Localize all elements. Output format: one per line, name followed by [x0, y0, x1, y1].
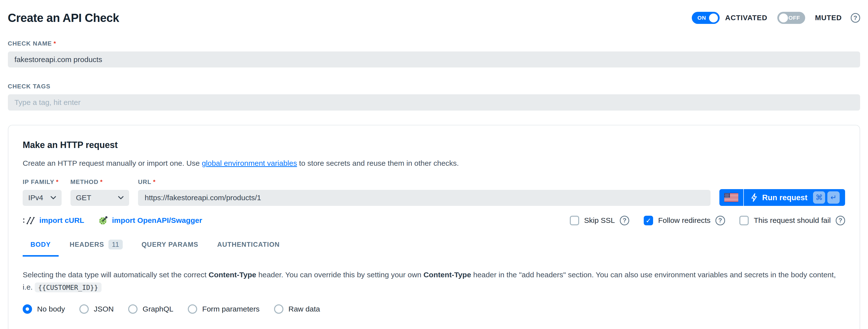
shortcut-keys: ⌘ ↵: [813, 191, 840, 204]
radio-icon[interactable]: [128, 304, 137, 314]
help-icon[interactable]: ?: [836, 216, 845, 225]
lightning-icon: [750, 193, 757, 202]
request-should-fail-label: This request should fail: [754, 216, 831, 225]
radio-label: JSON: [94, 305, 114, 313]
run-location-flag-button[interactable]: [719, 189, 744, 206]
body-type-no-body[interactable]: No body: [23, 304, 65, 314]
check-name-label: CHECK NAME*: [8, 40, 860, 47]
chevron-down-icon: [118, 196, 124, 199]
radio-icon[interactable]: [274, 304, 283, 314]
method-label: METHOD*: [70, 178, 129, 186]
request-options: Skip SSL ? ✓ Follow redirects ? This req…: [570, 216, 845, 225]
header-controls: ON ACTIVATED OFF MUTED ?: [692, 12, 860, 24]
radio-label: Raw data: [288, 305, 320, 313]
toggle-on-text: ON: [698, 15, 706, 21]
help-icon[interactable]: ?: [620, 216, 629, 225]
request-should-fail-checkbox[interactable]: [739, 216, 749, 225]
check-name-label-text: CHECK NAME: [8, 40, 52, 47]
request-form-row: IP FAMILY* IPv4 METHOD* GET URL*: [23, 178, 845, 206]
check-tags-input[interactable]: [8, 94, 860, 110]
method-select[interactable]: GET: [70, 190, 129, 206]
muted-toggle[interactable]: OFF: [777, 12, 805, 24]
body-type-graphql[interactable]: GraphQL: [128, 304, 173, 314]
http-request-card: Make an HTTP request Create an HTTP requ…: [8, 125, 860, 329]
hint-text: Selecting the data type will automatical…: [23, 271, 209, 279]
request-should-fail-option: This request should fail ?: [739, 216, 845, 225]
help-icon[interactable]: ?: [851, 13, 860, 23]
follow-redirects-option: ✓ Follow redirects ?: [644, 216, 725, 225]
run-request-button[interactable]: Run request ⌘ ↵: [744, 189, 845, 206]
ip-family-value: IPv4: [28, 194, 43, 202]
content-type-bold: Content-Type: [424, 271, 471, 279]
url-input[interactable]: [138, 190, 711, 206]
tab-authentication-label: AUTHENTICATION: [217, 241, 280, 249]
required-asterisk: *: [100, 178, 103, 185]
tab-body-label: BODY: [31, 241, 51, 249]
page-header: Create an API Check ON ACTIVATED OFF MUT…: [8, 11, 860, 25]
import-options-row: import cURL: [23, 216, 845, 225]
ip-family-select[interactable]: IPv4: [23, 190, 62, 206]
import-swagger-label: import OpenAPI/Swagger: [112, 216, 202, 225]
check-tags-label: CHECK TAGS: [8, 83, 860, 90]
help-icon[interactable]: ?: [715, 216, 725, 225]
toggle-knob: [709, 13, 718, 23]
body-type-raw-data[interactable]: Raw data: [274, 304, 320, 314]
command-key-icon: ⌘: [813, 191, 825, 204]
card-title: Make an HTTP request: [23, 140, 845, 150]
muted-label: MUTED: [815, 14, 842, 22]
ip-family-label-text: IP FAMILY: [23, 178, 54, 185]
run-request-group: Run request ⌘ ↵: [719, 189, 845, 206]
import-curl-link[interactable]: import cURL: [23, 216, 84, 225]
import-swagger-link[interactable]: import OpenAPI/Swagger: [99, 216, 202, 225]
activated-label: ACTIVATED: [725, 14, 767, 22]
radio-label: Form parameters: [202, 305, 259, 313]
import-links: import cURL: [23, 216, 202, 225]
follow-redirects-label: Follow redirects: [658, 216, 711, 225]
radio-label: No body: [37, 305, 65, 313]
tab-body[interactable]: BODY: [23, 240, 59, 257]
global-env-variables-link[interactable]: global environment variables: [202, 159, 297, 167]
us-flag-icon: [724, 193, 739, 202]
tab-query-params-label: QUERY PARAMS: [142, 241, 198, 249]
url-label-text: URL: [138, 178, 151, 185]
radio-label: GraphQL: [143, 305, 174, 313]
ip-family-field: IP FAMILY* IPv4: [23, 178, 62, 206]
import-curl-label: import cURL: [39, 216, 84, 225]
skip-ssl-option: Skip SSL ?: [570, 216, 629, 225]
run-request-label: Run request: [762, 193, 807, 202]
chevron-down-icon: [51, 196, 56, 199]
request-tabs: BODY HEADERS 11 QUERY PARAMS AUTHENTICAT…: [23, 240, 845, 257]
swagger-logo-icon: [99, 216, 108, 225]
description-suffix: to store secrets and reuse them in other…: [297, 159, 459, 167]
curl-logo-icon: [23, 217, 35, 225]
url-label: URL*: [138, 178, 711, 186]
toggle-off-text: OFF: [788, 15, 800, 21]
radio-icon[interactable]: [188, 304, 197, 314]
tab-query-params[interactable]: QUERY PARAMS: [134, 240, 206, 257]
card-description: Create an HTTP request manually or impor…: [23, 159, 845, 167]
radio-icon[interactable]: [23, 304, 32, 314]
check-icon: ✓: [646, 217, 651, 224]
required-asterisk: *: [153, 178, 156, 185]
url-field: URL*: [138, 178, 711, 206]
ip-family-label: IP FAMILY*: [23, 178, 62, 186]
description-prefix: Create an HTTP request manually or impor…: [23, 159, 202, 167]
activated-toggle[interactable]: ON: [692, 12, 720, 24]
body-type-form-parameters[interactable]: Form parameters: [188, 304, 259, 314]
toggle-knob: [779, 13, 788, 23]
check-name-input[interactable]: [8, 52, 860, 67]
body-type-hint: Selecting the data type will automatical…: [23, 269, 845, 293]
radio-icon[interactable]: [80, 304, 89, 314]
method-field: METHOD* GET: [70, 178, 129, 206]
tab-authentication[interactable]: AUTHENTICATION: [210, 240, 288, 257]
create-api-check-page: Create an API Check ON ACTIVATED OFF MUT…: [0, 0, 868, 329]
body-type-json[interactable]: JSON: [80, 304, 114, 314]
return-key-icon: ↵: [827, 191, 840, 204]
tab-headers[interactable]: HEADERS 11: [62, 240, 130, 257]
method-label-text: METHOD: [70, 178, 99, 185]
skip-ssl-checkbox[interactable]: [570, 216, 579, 225]
follow-redirects-checkbox[interactable]: ✓: [644, 216, 653, 225]
method-value: GET: [76, 194, 91, 202]
skip-ssl-label: Skip SSL: [584, 216, 615, 225]
content-type-bold: Content-Type: [209, 271, 256, 279]
